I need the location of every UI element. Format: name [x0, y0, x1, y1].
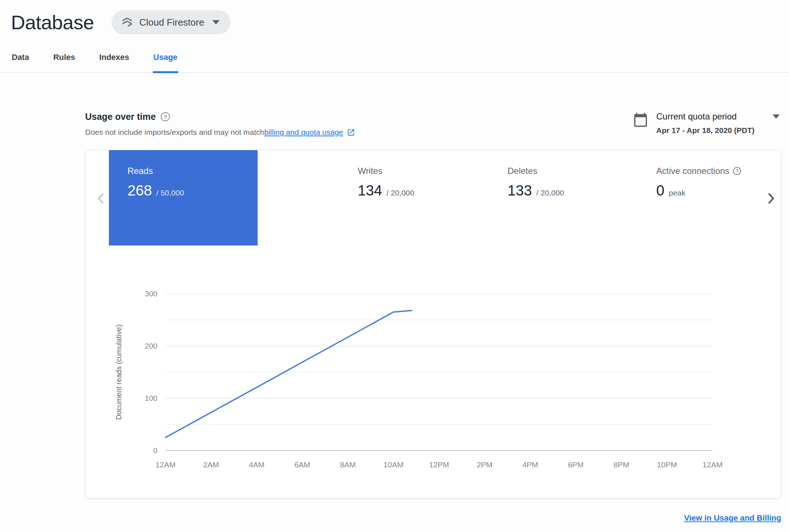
tab-bar: Data Rules Indexes Usage [0, 50, 790, 73]
metric-tile-writes[interactable]: Writes 134 / 20,000 [358, 150, 414, 199]
metric-quota: peak [669, 189, 685, 197]
svg-text:200: 200 [145, 342, 157, 350]
svg-text:8AM: 8AM [340, 460, 356, 469]
chevron-left-icon[interactable] [92, 190, 110, 207]
svg-text:12PM: 12PM [429, 460, 449, 469]
svg-text:12AM: 12AM [703, 460, 723, 469]
metric-value: 0 [656, 182, 664, 199]
svg-text:12AM: 12AM [156, 460, 176, 469]
metric-value: 268 [128, 182, 152, 199]
usage-card: 010020030012AM2AM4AM6AM8AM10AM12PM2PM4PM… [85, 150, 781, 499]
help-circle-icon[interactable] [733, 167, 741, 175]
metric-quota: / 50,000 [156, 189, 184, 197]
usage-toolbar: Usage over time Does not include imports… [85, 111, 781, 137]
usage-heading-block: Usage over time Does not include imports… [85, 111, 355, 137]
usage-description-text: Does not include imports/exports and may… [85, 128, 264, 137]
metric-label: Deletes [508, 166, 564, 176]
usage-over-time-heading: Usage over time [85, 111, 156, 122]
quota-period-dropdown[interactable]: Current quota period [656, 111, 780, 122]
metric-tile-reads[interactable]: Reads 268 / 50,000 [109, 150, 258, 246]
metric-label: Writes [358, 166, 414, 176]
metric-tile-active-connections[interactable]: Active connections 0 peak [656, 150, 741, 199]
open-in-new-icon[interactable] [347, 128, 355, 137]
product-selector[interactable]: Cloud Firestore [111, 10, 231, 34]
tab-indexes[interactable]: Indexes [99, 50, 130, 72]
tab-usage[interactable]: Usage [153, 50, 178, 72]
svg-text:0: 0 [153, 446, 157, 455]
svg-text:8PM: 8PM [614, 460, 629, 469]
svg-text:6AM: 6AM [295, 460, 310, 469]
caret-down-icon [772, 114, 780, 119]
svg-text:300: 300 [145, 289, 157, 298]
svg-text:4AM: 4AM [249, 460, 265, 469]
svg-text:6PM: 6PM [568, 460, 584, 469]
firestore-icon [121, 16, 133, 28]
help-circle-icon[interactable] [161, 112, 170, 121]
svg-text:10PM: 10PM [657, 460, 677, 469]
svg-text:100: 100 [145, 394, 157, 402]
svg-text:2PM: 2PM [477, 460, 493, 469]
svg-text:4PM: 4PM [522, 460, 538, 469]
view-usage-billing-link[interactable]: View in Usage and Billing [684, 513, 781, 522]
calendar-icon [633, 112, 648, 128]
quota-period-label: Current quota period [656, 111, 737, 122]
metric-quota: / 20,000 [387, 189, 414, 197]
caret-down-icon [212, 20, 220, 24]
tab-data[interactable]: Data [11, 50, 30, 72]
svg-text:Document reads (cumulative): Document reads (cumulative) [115, 324, 123, 420]
metric-tile-deletes[interactable]: Deletes 133 / 20,000 [508, 150, 564, 199]
metric-value: 134 [358, 182, 382, 199]
firestore-usage-page: Database Cloud Firestore Data Rules Inde… [0, 0, 790, 532]
chevron-right-icon[interactable] [762, 190, 780, 207]
svg-text:2AM: 2AM [203, 460, 219, 469]
quota-period-range: Apr 17 - Apr 18, 2020 (PDT) [656, 126, 780, 135]
footer: View in Usage and Billing [85, 513, 781, 523]
svg-text:10AM: 10AM [383, 460, 403, 469]
usage-description: Does not include imports/exports and may… [85, 128, 355, 137]
metric-value: 133 [508, 182, 532, 199]
billing-quota-usage-link[interactable]: billing and quota usage [264, 128, 343, 137]
metric-label: Active connections [656, 166, 729, 176]
metric-quota: / 20,000 [536, 189, 564, 197]
product-selector-label: Cloud Firestore [139, 17, 204, 28]
page-header: Database Cloud Firestore [0, 0, 790, 35]
tab-rules[interactable]: Rules [53, 50, 76, 72]
metric-label: Reads [128, 166, 258, 176]
quota-period-selector[interactable]: Current quota period Apr 17 - Apr 18, 20… [633, 111, 781, 135]
page-title: Database [11, 11, 94, 34]
